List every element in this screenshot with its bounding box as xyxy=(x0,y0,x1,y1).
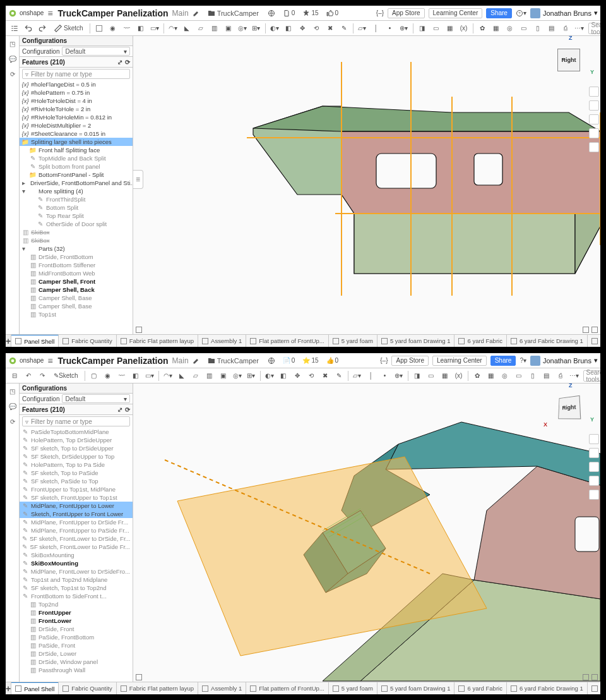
hole-icon[interactable]: ◎▾ xyxy=(236,23,249,34)
appstore-link[interactable]: App Store xyxy=(388,8,424,18)
tab-5-yard-foam[interactable]: 5 yard foam xyxy=(329,335,377,347)
custom4-icon[interactable]: ▭ xyxy=(518,23,530,34)
tree-item[interactable]: ▥DrSide, Front xyxy=(20,625,133,633)
edit-icon[interactable] xyxy=(193,9,200,17)
feat-expand-icon[interactable]: ⤢ xyxy=(117,59,122,66)
tree-item[interactable]: ✎SF sketch, Top1st to Top2nd xyxy=(20,584,133,592)
custom3-icon[interactable]: ◎ xyxy=(504,23,516,34)
tab-5-yard-foam[interactable]: 5 yard foam xyxy=(329,682,377,694)
tree-item[interactable]: ✎FrontUpper to Top1st, MidPlane xyxy=(20,485,133,493)
tree-item[interactable]: ▥Camper Shell, Base xyxy=(20,302,133,310)
tree-item[interactable]: ✎MidPlane, FrontUpper to PaSide Fr... xyxy=(20,526,133,534)
features-header[interactable]: Features (210) ⤢ ⟳ xyxy=(20,56,133,68)
transform-icon[interactable]: ⟲ xyxy=(310,23,323,34)
tree-item[interactable]: ▥Top2nd xyxy=(20,600,133,608)
viewport[interactable]: ≡ xyxy=(133,36,600,334)
comments-icon[interactable]: ⭐15 xyxy=(302,357,318,364)
tab-panel-shell[interactable]: Panel Shell xyxy=(11,334,59,347)
tree-item[interactable]: ▥PaSide, FrontBottom xyxy=(20,633,133,641)
configurations-header[interactable]: Configurations xyxy=(20,383,133,394)
tree-item[interactable]: ✎Top Rear Split xyxy=(20,212,133,220)
rail-history-icon[interactable]: ⟳ xyxy=(8,69,18,79)
point-icon[interactable]: • xyxy=(384,23,396,34)
learning-link[interactable]: Learning Center xyxy=(429,8,483,18)
versions-icon[interactable]: 📄0 xyxy=(283,357,295,364)
branch-name[interactable]: Main xyxy=(172,356,189,365)
var-icon[interactable]: (x) xyxy=(458,23,470,34)
tree-item[interactable]: {x}#holePattern = 0.75 in xyxy=(20,88,133,97)
vp-bl-icon[interactable] xyxy=(136,327,142,333)
brand[interactable]: onshape xyxy=(8,356,44,365)
custom6-icon[interactable]: ▤ xyxy=(545,23,558,34)
tree-item[interactable]: ▥Camper Shell, Front xyxy=(20,277,133,286)
menu-icon[interactable]: ≡ xyxy=(47,8,52,18)
redo-icon[interactable] xyxy=(36,23,49,34)
branch-name[interactable]: Main xyxy=(172,9,189,18)
custom7-icon[interactable]: ⎙ xyxy=(559,23,572,34)
tab-fabric-flat-pattern-layup[interactable]: Fabric Flat pattern layup xyxy=(117,335,198,347)
tree-item[interactable]: 📁Front half Splitting face xyxy=(20,146,133,154)
help-icon[interactable]: ?▾ xyxy=(516,9,526,17)
tree-item[interactable]: ▥SkiBox xyxy=(20,228,133,236)
tree-item[interactable]: ✎SF sketch, Top to DrSideUpper xyxy=(20,444,133,452)
rail-cube-icon[interactable]: ◳ xyxy=(8,39,18,49)
tree-item[interactable]: ▥DrSide, Window panel xyxy=(20,658,133,666)
tree-item[interactable]: ▾Parts (32) xyxy=(20,244,133,253)
draft-icon[interactable]: ▱ xyxy=(194,23,207,34)
tree-item[interactable]: {x}#HoleToHoleDist = 4 in xyxy=(20,97,133,105)
custom1-icon[interactable]: ✿ xyxy=(476,23,489,34)
modify-icon[interactable]: ✎ xyxy=(338,23,350,34)
tree-item[interactable]: ✎Bottom Split xyxy=(20,203,133,212)
vp-tool-1[interactable] xyxy=(589,87,599,97)
comments-icon[interactable]: 15 xyxy=(302,9,318,17)
brand[interactable]: onshape xyxy=(8,9,44,18)
tree-item[interactable]: ✎HolePattern, Top DrSideUpper xyxy=(20,436,133,444)
custom8-icon[interactable]: ⋯▾ xyxy=(573,23,586,34)
user-menu[interactable]: Jonathan Bruns ▾ xyxy=(530,356,598,366)
learning-link[interactable]: Learning Center xyxy=(432,356,487,366)
bracket-icon[interactable]: {–} xyxy=(376,9,384,16)
search-tools[interactable]: Search tools... ⌥C xyxy=(588,23,600,34)
frame-icon[interactable]: ▦ xyxy=(444,23,456,34)
configuration-select[interactable]: Default▾ xyxy=(62,47,130,56)
model-canvas[interactable] xyxy=(133,36,600,334)
menu-icon[interactable]: ≡ xyxy=(47,356,52,366)
tree-item[interactable]: ✎SF Sketch, DrSideUpper to Top xyxy=(20,452,133,461)
tree-item[interactable]: ▾More splitting (4) xyxy=(20,187,133,195)
feature-tree[interactable]: {x}#holeFlangeDist = 0.5 in{x}#holePatte… xyxy=(20,80,133,334)
tree-item[interactable]: ▥MidFrontBottom Web xyxy=(20,269,133,277)
tree-item[interactable]: ▥DrSide, Lower xyxy=(20,649,133,658)
tree-item[interactable]: ▥PaSide, Front xyxy=(20,641,133,649)
tree-item[interactable]: {x}#SheetClearance = 0.015 in xyxy=(20,130,133,138)
tab-6-yard-fabric-drawing-1[interactable]: 6 yard Fabric Drawing 1 xyxy=(507,682,588,694)
redo-icon[interactable]: ↷ xyxy=(36,370,49,382)
tree-item[interactable]: ✎Sketch, FrontUpper to Front Lower xyxy=(20,510,133,518)
tab-fabric-quantity[interactable]: Fabric Quantity xyxy=(59,335,116,347)
tree-item[interactable]: ✎SF sketch, Top to PaSide xyxy=(20,469,133,477)
tab-drawing-1[interactable]: Drawing 1 xyxy=(588,335,600,347)
extrude-icon[interactable] xyxy=(93,23,105,34)
folder-breadcrumb[interactable]: TruckCamper xyxy=(208,357,259,365)
tree-item[interactable]: ▥Top1st xyxy=(20,310,133,318)
model-canvas[interactable] xyxy=(133,383,600,682)
folder-breadcrumb[interactable]: TruckCamper xyxy=(208,9,259,17)
vp-tool-3[interactable] xyxy=(589,114,599,124)
tree-item[interactable]: ▥FrontLower xyxy=(20,617,133,625)
tree-item[interactable]: {x}#HoleDistMultiplier = 2 xyxy=(20,121,133,130)
tree-item[interactable]: ✎SF sketch, PaSide to Top xyxy=(20,477,133,485)
tab-6-yard-fabric[interactable]: 6 yard Fabric xyxy=(454,682,506,694)
move-icon[interactable]: ✥ xyxy=(296,23,309,34)
tree-item[interactable]: ✎MidPlane, FrontLower to DrSideFro... xyxy=(20,567,133,576)
undo-icon[interactable] xyxy=(22,23,35,34)
mate-icon[interactable]: ⊕▾ xyxy=(398,23,410,34)
tab-6-yard-fabric[interactable]: 6 yard Fabric xyxy=(454,335,506,347)
tree-item[interactable]: ✎Split bottom front panel xyxy=(20,162,133,171)
tree-item[interactable]: ✎HolePattern, Top to Pa Side xyxy=(20,461,133,469)
tab-assembly-1[interactable]: Assembly 1 xyxy=(198,335,246,347)
tab-flat-pattern-of-frontup-[interactable]: Flat pattern of FrontUp... xyxy=(246,682,329,694)
sketch-button[interactable]: Sketch xyxy=(50,23,87,34)
tree-item[interactable]: ▸DriverSide, FrontBottomPanel and Sti... xyxy=(20,179,133,187)
plane-icon[interactable]: ▱▾ xyxy=(356,23,369,34)
split-icon[interactable]: ◧ xyxy=(282,23,295,34)
chamfer-icon[interactable]: ◣ xyxy=(181,23,193,34)
